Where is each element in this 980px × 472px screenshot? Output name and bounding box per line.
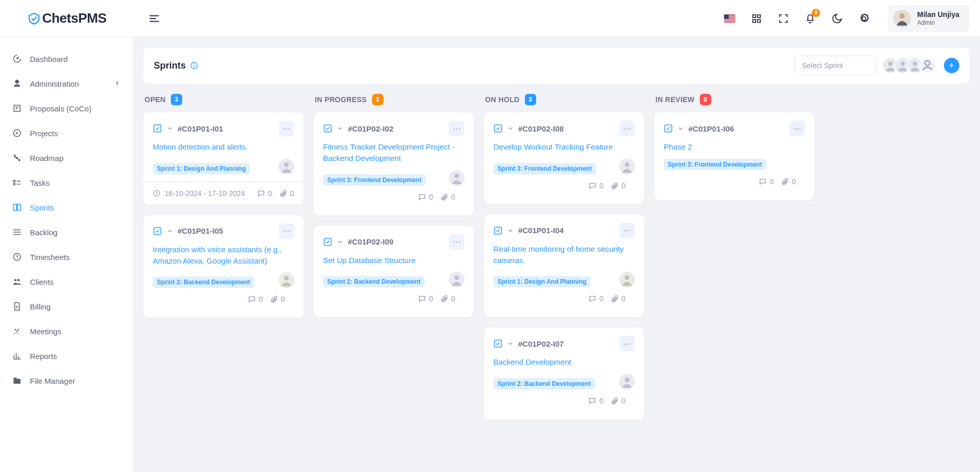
card-footer: 0 0 [323,193,464,208]
column-count-badge: 3 [171,94,182,105]
card[interactable]: #C01P02-I02 ⋯ Fitness Tracker Developmen… [314,112,474,216]
card[interactable]: #C01P01-I05 ⋯ Integration with voice ass… [143,215,303,318]
nav-item-label: Sprints [30,203,54,212]
nav-item-proposals-coco-[interactable]: Proposals (CoCo) [0,96,133,121]
comments-count: 0 [588,182,603,190]
card-title[interactable]: Develop Workout Tracking Feature [493,141,635,153]
card[interactable]: #C01P02-I09 ⋯ Set Up Database Structure … [314,226,474,318]
svg-rect-14 [724,14,729,19]
nav-item-billing[interactable]: Billing [0,294,133,319]
issue-type-icon [153,226,162,236]
language-flag-icon[interactable] [724,14,735,23]
attachments-count: 0 [611,295,625,303]
nav-item-label: Roadmap [30,154,63,162]
nav-item-sprints[interactable]: Sprints [0,195,133,220]
nav-item-label: Dashboard [30,55,68,63]
attachments-count: 0 [270,295,285,303]
chevron-down-icon[interactable] [507,340,514,347]
card-menu-button[interactable]: ⋯ [279,223,294,239]
card[interactable]: #C01P02-I07 ⋯ Backend Development Sprint… [484,328,644,419]
card-menu-button[interactable]: ⋯ [619,121,635,136]
chevron-down-icon[interactable] [507,125,514,132]
assignee-avatar[interactable] [619,272,635,287]
card-menu-button[interactable]: ⋯ [619,336,635,351]
card-menu-button[interactable]: ⋯ [449,121,464,136]
notifications-icon[interactable]: 0 [805,13,816,24]
info-icon[interactable] [190,61,198,70]
card-title[interactable]: Real-time monitoring of home security ca… [493,243,635,266]
chevron-down-icon[interactable] [166,125,173,132]
nav-item-meetings[interactable]: Meetings [0,319,133,344]
assignee-avatar[interactable] [279,272,294,288]
sprint-tag: Sprint 2: Backend Development [323,276,425,287]
nav-item-label: Projects [30,129,58,138]
assignee-avatar[interactable] [619,374,635,389]
nav-item-backlog[interactable]: Backlog [0,220,133,245]
nav-item-label: Proposals (CoCo) [30,104,91,113]
nav-item-reports[interactable]: Reports [0,344,133,368]
menu-toggle-icon[interactable] [149,13,160,24]
user-name: Milan Unjiya [917,10,959,19]
card-title[interactable]: Phase 2 [664,141,805,153]
card-title[interactable]: Motion detection and alerts. [153,141,294,153]
settings-icon[interactable] [858,13,870,24]
nav-item-dashboard[interactable]: Dashboard [0,46,133,71]
card-title[interactable]: Fitness Tracker Development Project - Ba… [323,141,464,164]
assignee-avatar[interactable] [449,272,464,287]
roadmap-icon [12,153,22,162]
comments-count: 0 [257,189,272,198]
sprint-tag: Sprint 1: Design And Planning [153,163,250,174]
chevron-down-icon[interactable] [336,238,344,246]
card[interactable]: #C01P02-I08 ⋯ Develop Workout Tracking F… [484,112,644,204]
sprint-tag: Sprint 2: Backend Development [493,378,595,389]
card-id: #C01P01-I06 [688,124,734,133]
member-avatar-more[interactable] [919,57,936,74]
column-title: IN REVIEW [655,95,695,104]
sprint-select[interactable]: Select Sprint [794,56,877,75]
sidebar: ChetsPMS Dashboard Administration Propos… [0,0,133,472]
card-menu-button[interactable]: ⋯ [279,121,294,136]
nav-item-label: Meetings [30,327,61,336]
attachments-count: 0 [781,177,796,186]
fullscreen-icon[interactable] [778,13,789,24]
card-menu-button[interactable]: ⋯ [619,223,635,238]
card-id: #C01P02-I07 [518,339,564,348]
folder-icon [12,376,22,385]
page-header: Sprints Select Sprint + [143,47,970,84]
nav-item-timesheets[interactable]: Timesheets [0,245,133,269]
assignee-avatar[interactable] [449,170,464,186]
chevron-down-icon[interactable] [677,125,684,132]
column-onhold: ON HOLD 3 #C01P02-I08 ⋯ Develop Workout … [484,94,644,419]
header: 0 Milan Unjiya Admin [133,0,980,37]
reports-icon [12,351,22,361]
nav-item-roadmap[interactable]: Roadmap [0,145,133,170]
user-menu[interactable]: Milan Unjiya Admin [888,5,970,32]
assignee-avatar[interactable] [279,159,294,174]
nav-item-clients[interactable]: Clients [0,269,133,294]
chevron-down-icon[interactable] [336,125,344,132]
nav-item-tasks[interactable]: Tasks [0,170,133,195]
chevron-down-icon[interactable] [166,227,173,235]
add-member-button[interactable]: + [944,58,959,73]
theme-toggle-icon[interactable] [831,13,843,24]
card-menu-button[interactable]: ⋯ [449,234,464,250]
card-id: #C01P02-I02 [348,124,393,133]
projects-icon [12,128,22,138]
card-title[interactable]: Integration with voice assistants (e.g.,… [153,244,294,267]
card[interactable]: #C01P01-I01 ⋯ Motion detection and alert… [143,112,303,205]
nav-item-file-manager[interactable]: File Manager [0,368,133,393]
nav-item-label: Clients [30,278,54,286]
assignee-avatar[interactable] [619,159,635,174]
logo[interactable]: ChetsPMS [0,0,133,37]
apps-grid-icon[interactable] [751,13,762,24]
card-title[interactable]: Backend Development [493,356,635,368]
chevron-down-icon[interactable] [507,227,514,234]
issue-type-icon [493,339,503,348]
nav-item-administration[interactable]: Administration [0,71,133,96]
card[interactable]: #C01P01-I04 ⋯ Real-time monitoring of ho… [484,215,644,318]
card-menu-button[interactable]: ⋯ [790,121,805,136]
nav-item-projects[interactable]: Projects [0,121,133,145]
card[interactable]: #C01P01-I06 ⋯ Phase 2 Sprint 3: Frontend… [654,112,814,200]
card-title[interactable]: Set Up Database Structure [323,255,464,266]
card-id: #C01P01-I01 [178,124,223,133]
